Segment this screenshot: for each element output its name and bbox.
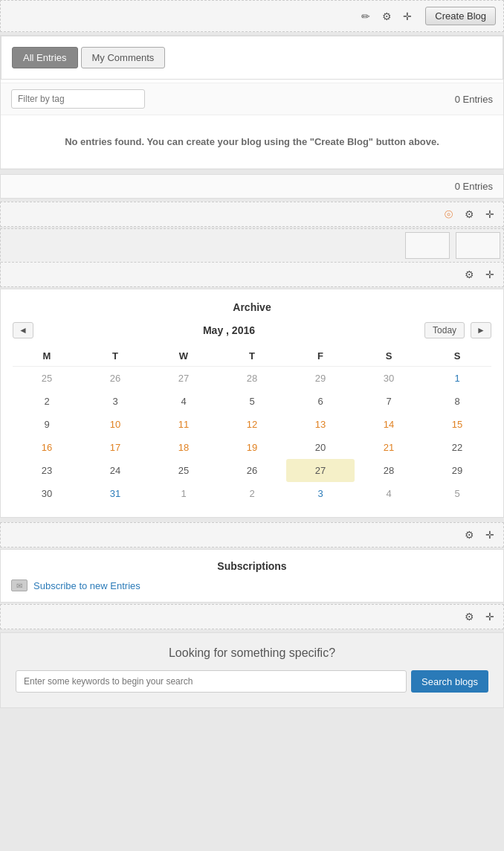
calendar-cell-5-6: 5 <box>423 482 491 505</box>
weekday-t2: T <box>218 346 286 367</box>
calendar-row-1: 2345678 <box>13 390 491 413</box>
tab-my-comments[interactable]: My Comments <box>81 47 166 68</box>
calendar-cell-0-6[interactable]: 1 <box>423 367 491 391</box>
calendar-cell-5-2: 1 <box>149 482 218 505</box>
search-row: Search blogs <box>16 670 488 693</box>
calendar-cell-1-6: 8 <box>423 390 491 413</box>
calendar-cell-2-6[interactable]: 15 <box>423 413 491 436</box>
subscriptions-row: ✉ Subscribe to new Entries <box>11 579 493 591</box>
calendar-nav: ◄ May , 2016 Today ► <box>13 322 491 338</box>
entries-count: 0 Entries <box>455 94 493 105</box>
calendar-header-row: M T W T F S S <box>13 346 491 367</box>
subscribe-link[interactable]: Subscribe to new Entries <box>33 580 140 591</box>
subscriptions-title: Subscriptions <box>11 560 493 572</box>
calendar-row-3: 16171819202122 <box>13 436 491 459</box>
calendar-cell-2-4[interactable]: 13 <box>286 413 355 436</box>
calendar-cell-3-4: 20 <box>286 436 355 459</box>
calendar-cell-1-1: 3 <box>81 390 149 413</box>
calendar-cell-3-5[interactable]: 21 <box>355 436 423 459</box>
calendar-cell-0-0: 25 <box>13 367 81 391</box>
calendar-cell-4-4: 27 <box>286 459 355 482</box>
prev-month-button[interactable]: ◄ <box>13 322 33 338</box>
search-title: Looking for something specific? <box>16 646 488 660</box>
filter-row: 0 Entries <box>1 83 503 115</box>
next-month-button[interactable]: ► <box>471 322 491 338</box>
calendar-cell-1-2: 4 <box>149 390 218 413</box>
entries-count-bottom: 0 Entries <box>0 174 504 199</box>
calendar-cell-5-1[interactable]: 31 <box>81 482 149 505</box>
gear-icon-w3[interactable]: ⚙ <box>460 526 478 544</box>
blank-preview-2 <box>456 232 500 259</box>
search-section: Looking for something specific? Search b… <box>0 632 504 708</box>
weekday-w: W <box>149 346 218 367</box>
calendar-cell-5-5: 4 <box>355 482 423 505</box>
calendar-cell-4-5: 28 <box>355 459 423 482</box>
gear-icon-top[interactable]: ⚙ <box>378 7 395 25</box>
gear-icon-w2[interactable]: ⚙ <box>460 266 478 283</box>
weekday-s1: S <box>355 346 423 367</box>
calendar-row-5: 303112345 <box>13 482 491 505</box>
edit-icon[interactable]: ✏ <box>357 7 375 25</box>
weekday-s2: S <box>423 346 491 367</box>
calendar-cell-2-1[interactable]: 10 <box>81 413 149 436</box>
search-input[interactable] <box>16 670 407 693</box>
calendar-row-0: 2526272829301 <box>13 367 491 391</box>
today-button[interactable]: Today <box>424 322 465 338</box>
search-button[interactable]: Search blogs <box>411 670 488 693</box>
calendar-table: M T W T F S S 25262728293012345678910111… <box>13 346 491 505</box>
blank-preview <box>405 232 450 259</box>
email-icon: ✉ <box>11 579 28 591</box>
rss-icon[interactable]: ⦾ <box>439 205 457 223</box>
widget-controls-2: ⚙ ✛ <box>0 522 504 547</box>
calendar-cell-4-1: 24 <box>81 459 149 482</box>
tabs: All Entries My Comments <box>12 47 492 68</box>
calendar-cell-2-2[interactable]: 11 <box>149 413 218 436</box>
calendar-cell-3-3[interactable]: 19 <box>218 436 286 459</box>
calendar-cell-0-4: 29 <box>286 367 355 391</box>
weekday-t1: T <box>81 346 149 367</box>
calendar-cell-0-5: 30 <box>355 367 423 391</box>
calendar-cell-3-1[interactable]: 17 <box>81 436 149 459</box>
empty-message: No entries found. You can create your bl… <box>1 115 503 169</box>
blank-widget-inner <box>1 229 503 262</box>
calendar-cell-2-3[interactable]: 12 <box>218 413 286 436</box>
blog-entries-section: All Entries My Comments 0 Entries No ent… <box>0 35 504 170</box>
gear-icon-w4[interactable]: ⚙ <box>460 608 478 626</box>
calendar-cell-4-3: 26 <box>218 459 286 482</box>
widget-controls-1: ⦾ ⚙ ✛ <box>0 202 504 227</box>
calendar-month: May , 2016 <box>39 324 419 336</box>
calendar-cell-3-6: 22 <box>423 436 491 459</box>
plus-icon-w4[interactable]: ✛ <box>481 608 499 626</box>
calendar-cell-1-5: 7 <box>355 390 423 413</box>
calendar-cell-4-0: 23 <box>13 459 81 482</box>
calendar-cell-5-4[interactable]: 3 <box>286 482 355 505</box>
calendar-cell-0-3: 28 <box>218 367 286 391</box>
calendar-cell-2-5[interactable]: 14 <box>355 413 423 436</box>
gear-icon-w1[interactable]: ⚙ <box>460 205 478 223</box>
subscriptions-section: Subscriptions ✉ Subscribe to new Entries <box>0 549 504 603</box>
calendar-cell-5-0: 30 <box>13 482 81 505</box>
archive-section: Archive ◄ May , 2016 Today ► M T W T F S… <box>0 289 504 518</box>
calendar-cell-5-3: 2 <box>218 482 286 505</box>
calendar-row-4: 23242526272829 <box>13 459 491 482</box>
blank-widget: ⚙ ✛ <box>0 228 504 287</box>
calendar-cell-3-0[interactable]: 16 <box>13 436 81 459</box>
calendar-cell-1-0: 2 <box>13 390 81 413</box>
filter-input[interactable] <box>11 89 145 109</box>
calendar-cell-0-2: 27 <box>149 367 218 391</box>
calendar-cell-3-2[interactable]: 18 <box>149 436 218 459</box>
archive-title: Archive <box>13 301 491 313</box>
move-icon[interactable]: ✛ <box>398 7 416 25</box>
subscriptions-inner: Subscriptions ✉ Subscribe to new Entries <box>1 550 503 602</box>
plus-icon-w2[interactable]: ✛ <box>481 266 499 283</box>
tabs-container: All Entries My Comments <box>1 36 503 80</box>
tab-all-entries[interactable]: All Entries <box>12 47 78 68</box>
plus-icon-w1[interactable]: ✛ <box>481 205 499 223</box>
create-blog-button[interactable]: Create Blog <box>425 7 496 25</box>
calendar-cell-4-2: 25 <box>149 459 218 482</box>
plus-icon-w3[interactable]: ✛ <box>481 526 499 544</box>
widget-controls-bottom: ⚙ ✛ <box>1 262 503 286</box>
calendar-cell-0-1: 26 <box>81 367 149 391</box>
calendar-row-2: 9101112131415 <box>13 413 491 436</box>
calendar-cell-2-0: 9 <box>13 413 81 436</box>
